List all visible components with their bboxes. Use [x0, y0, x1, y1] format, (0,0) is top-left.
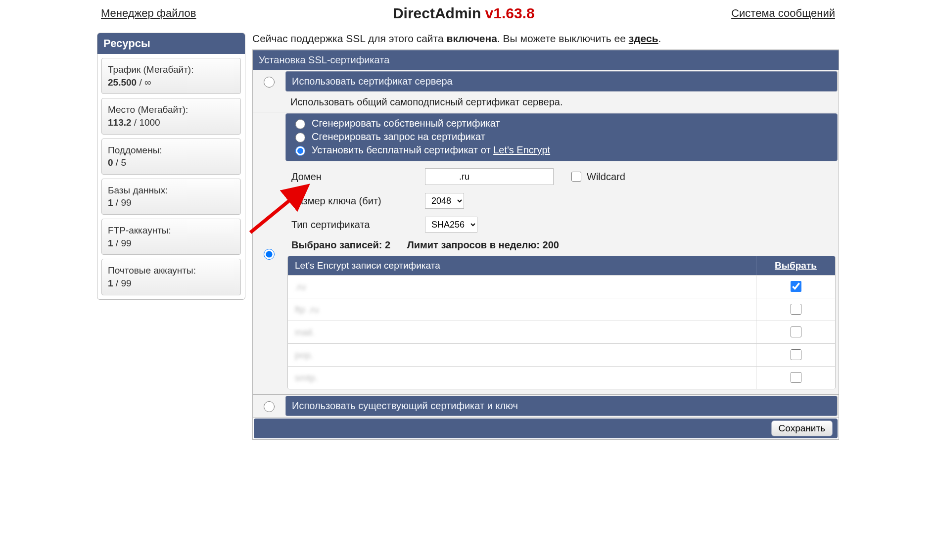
record-row: smtp.	[288, 366, 835, 389]
records-col-select[interactable]: Выбрать	[756, 256, 835, 275]
record-checkbox[interactable]	[791, 372, 801, 383]
stat-mail: Почтовые аккаунты: 1 / 99	[101, 259, 241, 295]
stat-value: 0	[108, 157, 113, 168]
record-checkbox[interactable]	[791, 349, 801, 360]
sub-opt-letsencrypt[interactable]: Установить бесплатный сертификат от Let'…	[293, 144, 830, 156]
file-manager-link[interactable]: Менеджер файлов	[101, 7, 196, 20]
record-row: .ru	[288, 275, 835, 298]
records-header: Let's Encrypt записи сертификата Выбрать	[288, 256, 835, 275]
records-col-name: Let's Encrypt записи сертификата	[288, 256, 756, 275]
stat-value: 1	[108, 197, 113, 208]
record-name: .ru	[288, 278, 756, 296]
main-content: Сейчас поддержка SSL для этого сайта вкл…	[252, 33, 839, 440]
option-server-cert-title: Использовать сертификат сервера	[285, 71, 838, 92]
record-name: pop.	[288, 346, 756, 365]
app-name: DirectAdmin	[393, 5, 481, 21]
app-version: v1.63.8	[485, 5, 535, 21]
radio-gen-self[interactable]	[295, 119, 305, 129]
domain-input[interactable]	[425, 168, 554, 185]
wildcard-toggle[interactable]: Wildcard	[569, 170, 625, 183]
selection-counts: Выбрано записей: 2 Лимит запросов в неде…	[284, 236, 839, 256]
row-domain: Домен Wildcard	[284, 164, 839, 189]
option-server-cert: Использовать сертификат сервера Использо…	[253, 70, 839, 112]
option-existing-title: Использовать существующий сертификат и к…	[285, 396, 838, 416]
radio-gen-csr[interactable]	[295, 133, 305, 142]
stat-label: FTP-аккаунты:	[108, 225, 171, 235]
record-checkbox[interactable]	[791, 304, 801, 315]
stat-subdomains: Поддомены: 0 / 5	[101, 139, 241, 175]
letsencrypt-form: Домен Wildcard Размер ключа (бит)	[284, 162, 839, 394]
radio-generate[interactable]	[264, 249, 275, 260]
stat-label: Место (Мегабайт):	[108, 104, 188, 115]
record-checkbox[interactable]	[791, 327, 801, 337]
row-certtype: Тип сертификата SHA256	[284, 213, 839, 236]
letsencrypt-link[interactable]: Let's Encrypt	[493, 144, 550, 155]
records-table: Let's Encrypt записи сертификата Выбрать…	[287, 256, 836, 389]
sub-opt-csr[interactable]: Сгенерировать запрос на сертификат	[293, 131, 830, 142]
option-generate: Сгенерировать собственный сертификат Сге…	[253, 112, 839, 394]
radio-server-cert[interactable]	[264, 77, 275, 88]
record-checkbox-cell	[756, 276, 835, 298]
toggle-ssl-link[interactable]: здесь	[629, 33, 658, 44]
keysize-label: Размер ключа (бит)	[291, 195, 425, 207]
record-row: pop.	[288, 343, 835, 366]
record-name: mail.	[288, 323, 756, 342]
record-checkbox-cell	[756, 344, 835, 367]
certtype-select[interactable]: SHA256	[425, 217, 477, 233]
top-bar: Менеджер файлов DirectAdmin v1.63.8 Сист…	[97, 3, 839, 25]
stat-ftp: FTP-аккаунты: 1 / 99	[101, 219, 241, 255]
record-row: mail.	[288, 321, 835, 343]
stat-label: Трафик (Мегабайт):	[108, 64, 193, 75]
save-row: Сохранить	[254, 419, 838, 438]
domain-label: Домен	[291, 171, 425, 183]
stat-label: Базы данных:	[108, 185, 168, 195]
record-checkbox[interactable]	[791, 281, 801, 292]
record-name: smtp.	[288, 369, 756, 387]
record-checkbox-cell	[756, 298, 835, 321]
stat-value: 25.500	[108, 77, 137, 88]
generate-sub-options: Сгенерировать собственный сертификат Сге…	[285, 113, 838, 161]
record-checkbox-cell	[756, 321, 835, 344]
ssl-panel: Установка SSL-сертификата Использовать с…	[252, 49, 839, 440]
stat-traffic: Трафик (Мегабайт): 25.500 / ∞	[101, 58, 241, 94]
stat-value: 113.2	[108, 117, 132, 128]
stat-value: 1	[108, 278, 113, 288]
sidebar-title: Ресурсы	[97, 33, 245, 54]
ssl-status-text: Сейчас поддержка SSL для этого сайта вкл…	[252, 33, 839, 45]
panel-title: Установка SSL-сертификата	[253, 50, 839, 70]
record-name: ftp .ru	[288, 300, 756, 319]
sub-opt-self[interactable]: Сгенерировать собственный сертификат	[293, 118, 830, 129]
keysize-select[interactable]: 2048	[425, 193, 464, 209]
radio-gen-letsencrypt[interactable]	[295, 146, 305, 156]
stat-label: Почтовые аккаунты:	[108, 265, 196, 276]
stat-databases: Базы данных: 1 / 99	[101, 179, 241, 215]
app-title: DirectAdmin v1.63.8	[196, 5, 731, 22]
save-button[interactable]: Сохранить	[771, 420, 833, 436]
messages-link[interactable]: Система сообщений	[731, 7, 835, 20]
option-existing: Использовать существующий сертификат и к…	[253, 394, 839, 418]
row-keysize: Размер ключа (бит) 2048	[284, 189, 839, 213]
record-row: ftp .ru	[288, 298, 835, 321]
stat-label: Поддомены:	[108, 145, 162, 155]
stat-value: 1	[108, 238, 113, 248]
option-server-cert-desc: Использовать общий самоподписный сертифи…	[284, 93, 839, 112]
certtype-label: Тип сертификата	[291, 219, 425, 231]
stat-disk: Место (Мегабайт): 113.2 / 1000	[101, 98, 241, 134]
sidebar: Ресурсы Трафик (Мегабайт): 25.500 / ∞ Ме…	[97, 33, 245, 300]
record-checkbox-cell	[756, 367, 835, 389]
radio-existing[interactable]	[264, 401, 275, 412]
wildcard-checkbox[interactable]	[571, 172, 581, 182]
